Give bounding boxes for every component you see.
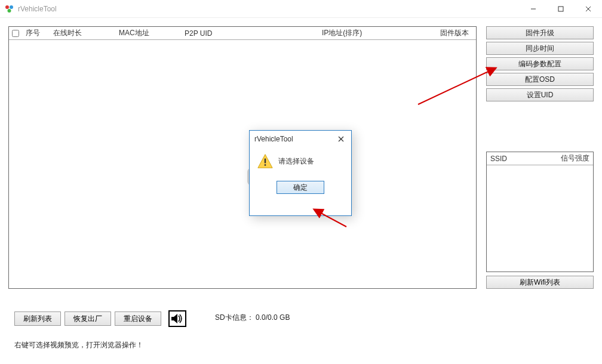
config-osd-button[interactable]: 配置OSD [486, 73, 594, 86]
col-seq[interactable]: 序号 [22, 27, 50, 39]
bottom-controls: 刷新列表 恢复出厂 重启设备 [14, 310, 186, 327]
set-uid-button[interactable]: 设置UID [486, 88, 594, 101]
maximize-button[interactable] [547, 0, 575, 18]
refresh-wifi-button[interactable]: 刷新Wifi列表 [486, 276, 594, 289]
device-table-header: 序号 在线时长 MAC地址 P2P UID IP地址(排序) 固件版本 [9, 27, 476, 40]
svg-rect-14 [265, 164, 266, 166]
svg-point-0 [5, 5, 9, 9]
sd-info: SD卡信息： 0.0/0.0 GB [215, 313, 290, 323]
sd-label: SD卡信息： [215, 313, 254, 322]
col-ip[interactable]: IP地址(排序) [318, 27, 426, 39]
col-firmware[interactable]: 固件版本 [426, 27, 476, 39]
device-table[interactable]: 序号 在线时长 MAC地址 P2P UID IP地址(排序) 固件版本 [8, 26, 477, 289]
factory-reset-button[interactable]: 恢复出厂 [64, 311, 111, 326]
svg-point-2 [8, 9, 11, 13]
col-mac[interactable]: MAC地址 [115, 27, 181, 39]
minimize-icon [530, 6, 536, 12]
close-button[interactable] [575, 0, 602, 18]
svg-rect-4 [558, 7, 563, 11]
alert-dialog: rVehicleTool 请选择设备 确定 [249, 130, 352, 216]
close-icon [585, 6, 591, 12]
col-online-time[interactable]: 在线时长 [50, 27, 115, 39]
device-table-body[interactable] [9, 40, 476, 288]
select-all-checkbox[interactable] [12, 30, 19, 37]
speaker-icon [171, 313, 184, 325]
minimize-button[interactable] [520, 0, 547, 18]
refresh-list-button[interactable]: 刷新列表 [14, 311, 61, 326]
dialog-ok-button[interactable]: 确定 [277, 181, 324, 194]
dialog-close-button[interactable] [336, 134, 346, 144]
col-signal[interactable]: 信号强度 [557, 152, 593, 165]
close-icon [338, 136, 344, 142]
maximize-icon [558, 6, 564, 12]
svg-rect-13 [265, 159, 266, 164]
window-title: rVehicleTool [18, 5, 57, 13]
sync-time-button[interactable]: 同步时间 [486, 42, 594, 55]
encode-config-button[interactable]: 编码参数配置 [486, 57, 594, 70]
col-ssid[interactable]: SSID [487, 153, 557, 164]
reboot-button[interactable]: 重启设备 [115, 311, 161, 326]
col-p2p-uid[interactable]: P2P UID [181, 28, 318, 39]
app-icon [5, 4, 14, 14]
svg-point-1 [10, 5, 13, 9]
hint-text: 右键可选择视频预览，打开浏览器操作！ [14, 340, 143, 350]
wifi-table[interactable]: SSID 信号强度 [486, 152, 594, 272]
dialog-message: 请选择设备 [278, 156, 314, 166]
window-titlebar: rVehicleTool [0, 0, 602, 18]
wifi-table-header: SSID 信号强度 [487, 152, 593, 165]
firmware-upgrade-button[interactable]: 固件升级 [486, 26, 594, 39]
svg-marker-7 [171, 314, 177, 323]
side-button-group: 固件升级 同步时间 编码参数配置 配置OSD 设置UID [486, 26, 594, 104]
warning-icon [257, 153, 274, 169]
dialog-title: rVehicleTool [254, 135, 293, 143]
speaker-button[interactable] [168, 310, 186, 327]
sd-value: 0.0/0.0 GB [256, 313, 290, 322]
